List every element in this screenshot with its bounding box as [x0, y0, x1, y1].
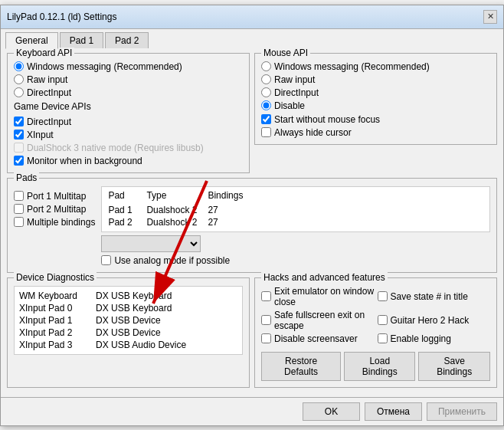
save-bindings-button[interactable]: Save Bindings [418, 352, 490, 381]
mouse-radio-3[interactable]: Disable [261, 100, 490, 111]
hacks-left-cb-1[interactable]: Safe fullscreen exit on escape [261, 310, 375, 331]
game-device-cb-1[interactable]: XInput [14, 130, 243, 140]
hacks-right-input-1[interactable] [378, 315, 388, 325]
tab-bar: General Pad 1 Pad 2 [1, 29, 503, 48]
hacks-right-cb-0[interactable]: Save state # in title [378, 286, 491, 307]
close-button[interactable]: ✕ [483, 10, 497, 24]
hacks-left-cb-2[interactable]: Disable screensaver [261, 333, 375, 344]
hacks-left-label-0: Exit emulator on window close [274, 286, 375, 307]
pads-table-row-1[interactable]: Pad 2 Dualshock 2 27 [105, 216, 486, 228]
main-content: Keyboard API Windows messaging (Recommen… [1, 48, 503, 394]
keyboard-radio-1[interactable]: Raw input [14, 74, 243, 85]
device-row-1[interactable]: XInput Pad 0 DX USB Keyboard [18, 302, 239, 314]
device-name-4: XInput Pad 3 [19, 340, 96, 350]
hacks-right-cb-2[interactable]: Enable logging [378, 333, 491, 344]
pads-row0-type: Dualshock 2 [146, 205, 208, 215]
device-row-3[interactable]: XInput Pad 2 DX USB Device [18, 327, 239, 339]
apply-button[interactable]: Применить [427, 402, 497, 421]
hacks-right-cb-1[interactable]: Guitar Hero 2 Hack [378, 310, 491, 331]
device-row-0[interactable]: WM Keyboard DX USB Keyboard [18, 290, 239, 302]
device-list: WM Keyboard DX USB Keyboard XInput Pad 0… [14, 286, 243, 355]
mouse-cb-input-0[interactable] [261, 114, 271, 124]
hacks-inner: Exit emulator on window close Save state… [261, 286, 490, 344]
analog-mode-input[interactable] [101, 255, 111, 265]
mouse-cb-1[interactable]: Always hide cursor [261, 127, 490, 138]
pads-cb-input-2[interactable] [14, 217, 24, 227]
keyboard-radio-label-2: DirectInput [27, 87, 71, 98]
pads-cb-1[interactable]: Port 2 Multitap [14, 204, 95, 215]
keyboard-radio-label-1: Raw input [27, 74, 67, 85]
hacks-left-input-1[interactable] [261, 315, 271, 325]
load-bindings-button[interactable]: Load Bindings [344, 352, 415, 381]
mouse-radio-2[interactable]: DirectInput [261, 87, 490, 98]
pads-cb-input-1[interactable] [14, 204, 24, 214]
mouse-radio-0[interactable]: Windows messaging (Recommended) [261, 61, 490, 72]
mouse-api-group: Mouse API Windows messaging (Recommended… [254, 53, 497, 145]
device-diag-title: Device Diagnostics [14, 272, 97, 283]
binding-buttons: Restore Defaults Load Bindings Save Bind… [261, 352, 490, 381]
mouse-radio-label-3: Disable [274, 100, 305, 111]
keyboard-radio-input-1[interactable] [14, 74, 24, 84]
window-title: LilyPad 0.12.1 (ld) Settings [7, 11, 116, 22]
mouse-radio-input-3[interactable] [261, 100, 271, 110]
mouse-checkboxes: Start without mouse focus Always hide cu… [261, 114, 490, 138]
mouse-radio-input-0[interactable] [261, 61, 271, 71]
tab-pad2[interactable]: Pad 2 [105, 32, 149, 48]
pads-row: Pads Port 1 Multitap Port 2 Multitap [7, 178, 497, 273]
pads-col-type: Type [146, 190, 208, 201]
ok-button[interactable]: OK [303, 402, 360, 421]
hacks-right-input-2[interactable] [378, 333, 388, 343]
device-device-1: DX USB Keyboard [96, 303, 237, 313]
cancel-button[interactable]: Отмена [365, 402, 422, 421]
restore-defaults-button[interactable]: Restore Defaults [261, 352, 341, 381]
pads-group: Pads Port 1 Multitap Port 2 Multitap [7, 178, 497, 273]
mouse-radio-1[interactable]: Raw input [261, 74, 490, 85]
keyboard-api-title: Keyboard API [14, 48, 74, 58]
pads-table: Pad Type Bindings Pad 1 Dualshock 2 27 [101, 186, 490, 232]
tab-general[interactable]: General [5, 32, 58, 49]
device-row-4[interactable]: XInput Pad 3 DX USB Audio Device [18, 339, 239, 351]
pads-table-header: Pad Type Bindings [105, 190, 486, 201]
hacks-right-input-0[interactable] [378, 291, 388, 301]
dialog-buttons: OK Отмена Применить [1, 397, 503, 425]
mouse-cb-label-0: Start without mouse focus [274, 114, 380, 125]
game-device-cb-2[interactable]: DualShock 3 native mode (Requires libusb… [14, 143, 243, 153]
hacks-row-2: Disable screensaver Enable logging [261, 333, 490, 344]
pads-cb-input-0[interactable] [14, 191, 24, 201]
hacks-left-input-0[interactable] [261, 291, 271, 301]
tab-pad1[interactable]: Pad 1 [60, 32, 103, 48]
game-device-input-3[interactable] [14, 156, 24, 166]
pads-table-row-0[interactable]: Pad 1 Dualshock 2 27 [105, 204, 486, 216]
keyboard-radio-input-2[interactable] [14, 87, 24, 97]
mouse-radio-label-1: Raw input [274, 74, 315, 85]
game-device-input-0[interactable] [14, 117, 24, 126]
pads-left-checkboxes: Port 1 Multitap Port 2 Multitap Multiple… [14, 191, 95, 266]
mouse-radio-group: Windows messaging (Recommended) Raw inpu… [261, 61, 490, 111]
mouse-cb-0[interactable]: Start without mouse focus [261, 114, 490, 125]
keyboard-radio-input-0[interactable] [14, 61, 24, 71]
device-name-2: XInput Pad 1 [19, 315, 96, 326]
hacks-left-cb-0[interactable]: Exit emulator on window close [261, 286, 375, 307]
game-device-cb-3[interactable]: Monitor when in background [14, 156, 243, 166]
hacks-group: Hacks and advanced features Exit emulato… [254, 277, 497, 388]
mouse-cb-input-1[interactable] [261, 127, 271, 137]
game-device-input-1[interactable] [14, 130, 24, 140]
pads-row1-bindings: 27 [208, 217, 269, 228]
ok-cancel-group: OK Отмена Применить [303, 402, 497, 421]
pads-row1-pad: Pad 2 [108, 217, 146, 228]
hacks-left-label-2: Disable screensaver [274, 333, 358, 344]
pad-dropdown[interactable] [101, 235, 201, 252]
device-row-2[interactable]: XInput Pad 1 DX USB Device [18, 314, 239, 327]
game-device-input-2 [14, 143, 24, 153]
mouse-radio-input-2[interactable] [261, 87, 271, 97]
analog-mode-cb[interactable]: Use analog mode if possible [101, 255, 490, 266]
game-device-cb-0[interactable]: DirectInput [14, 117, 243, 127]
pads-cb-label-0: Port 1 Multitap [27, 191, 86, 202]
keyboard-radio-0[interactable]: Windows messaging (Recommended) [14, 61, 243, 72]
pads-cb-2[interactable]: Multiple bindings [14, 217, 95, 228]
keyboard-radio-2[interactable]: DirectInput [14, 87, 243, 98]
mouse-radio-input-1[interactable] [261, 74, 271, 84]
hacks-left-input-2[interactable] [261, 333, 271, 343]
pads-cb-0[interactable]: Port 1 Multitap [14, 191, 95, 202]
hacks-left-label-1: Safe fullscreen exit on escape [274, 310, 375, 331]
